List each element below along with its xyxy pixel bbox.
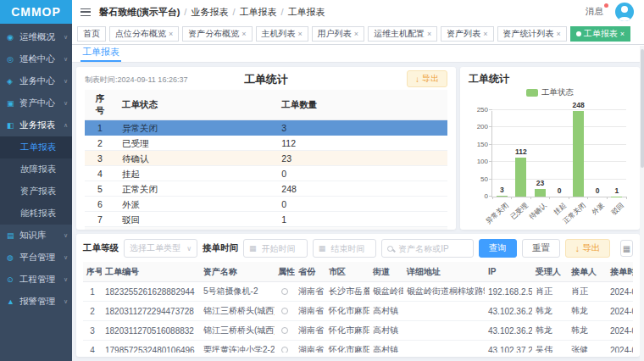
messages-link[interactable]: 消息 bbox=[586, 6, 603, 18]
stats-cell: 0 bbox=[275, 166, 447, 181]
stats-row[interactable]: 5正常关闭248 bbox=[85, 181, 447, 197]
tab-close-icon[interactable]: × bbox=[620, 30, 625, 38]
download-icon: ↓ bbox=[415, 75, 419, 84]
orders-header-cell: 详细地址 bbox=[403, 262, 485, 282]
view-tab[interactable]: 首页 bbox=[77, 26, 106, 42]
sidebar-subitem-能耗报表[interactable]: 能耗报表 bbox=[0, 203, 72, 225]
order-cell: 1820311272294473728 bbox=[102, 302, 200, 321]
end-time-field[interactable] bbox=[329, 243, 370, 254]
tab-close-icon[interactable]: × bbox=[354, 30, 358, 38]
order-row[interactable]: 31820311270516088832锦江三桥桥头(城西) 1..湖南省怀化市… bbox=[83, 321, 633, 341]
orders-header-cell: 属性 bbox=[275, 262, 295, 282]
asset-search-input[interactable] bbox=[381, 239, 474, 258]
view-tab[interactable]: 用户列表× bbox=[312, 26, 364, 42]
chevron-down-icon: ∨ bbox=[64, 298, 68, 305]
chevron-down-icon: ∨ bbox=[64, 254, 68, 261]
tab-close-icon[interactable]: × bbox=[557, 30, 561, 38]
order-cell: 湖南省 bbox=[295, 282, 325, 302]
legend-label: 工单状态 bbox=[541, 87, 574, 98]
stats-row[interactable]: 3待确认23 bbox=[85, 151, 447, 166]
reset-button[interactable]: 重置 bbox=[522, 239, 560, 258]
stats-cell: 合计 bbox=[115, 227, 275, 230]
sidebar-item-巡检中心[interactable]: ◎巡检中心∨ bbox=[0, 48, 72, 70]
sidebar-subitem-故障报表[interactable]: 故障报表 bbox=[0, 158, 72, 180]
chevron-down-icon: ∨ bbox=[64, 100, 68, 107]
sidebar-subitem-工单报表[interactable]: 工单报表 bbox=[0, 136, 72, 158]
sidebar-item-label: 知识库 bbox=[19, 230, 64, 242]
order-row[interactable]: 21820311272294473728锦江三桥桥头(城西)2-..湖南省怀化市… bbox=[83, 302, 633, 321]
order-cell: 43.102.36.226 bbox=[485, 302, 532, 321]
app-logo[interactable]: CMMOP bbox=[0, 0, 72, 24]
order-level-label: 工单等级 bbox=[83, 242, 119, 254]
main-area: 磐石致维(演示平台)/业务报表/工单报表/工单报表 消息 首页点位分布概览×资产… bbox=[72, 0, 644, 361]
order-cell: 3 bbox=[83, 321, 102, 341]
export-orders-button[interactable]: ↓导出 bbox=[565, 239, 610, 258]
work-order-chart-card: 工单统计 工单状态 050100150200250311223024801异常关… bbox=[460, 67, 640, 230]
order-cell: 长沙市岳麓区 bbox=[325, 282, 369, 302]
tab-close-icon[interactable]: × bbox=[483, 30, 487, 38]
chart-legend[interactable]: 工单状态 bbox=[469, 87, 631, 98]
orders-header-cell: 序号 bbox=[83, 262, 102, 282]
work-order-stats-card: 制表时间:2024-09-11 16:26:37 工单统计 ↓导出 序号工单状态… bbox=[76, 67, 456, 230]
tab-close-icon[interactable]: × bbox=[298, 30, 303, 38]
menu-fold-icon[interactable] bbox=[80, 8, 91, 16]
view-tab[interactable]: 资产统计列表× bbox=[497, 26, 567, 42]
bar-正常关闭 bbox=[573, 111, 584, 197]
view-tab[interactable]: 资产列表× bbox=[441, 26, 493, 42]
view-tab[interactable]: 工单报表× bbox=[570, 26, 630, 42]
query-button[interactable]: 查询 bbox=[479, 239, 517, 258]
view-tab[interactable]: 主机列表× bbox=[256, 26, 308, 42]
order-row[interactable]: 41798572532480106496栗坪黄连冲小学2-2022R湖南省怀化市… bbox=[83, 341, 633, 353]
asset-search-field[interactable] bbox=[397, 243, 468, 254]
order-cell: 肖正 bbox=[568, 282, 607, 302]
sidebar-item-工程管理[interactable]: ⊙工程管理∨ bbox=[0, 269, 72, 291]
bar-value-label: 248 bbox=[573, 101, 585, 109]
breadcrumb-item[interactable]: 磐石致维(演示平台) bbox=[99, 6, 180, 19]
avatar[interactable] bbox=[615, 3, 634, 21]
view-tab[interactable]: 资产分布概览× bbox=[182, 26, 252, 42]
chevron-up-icon: ∧ bbox=[64, 122, 68, 129]
stats-row[interactable]: 2已受理112 bbox=[85, 136, 447, 151]
stats-row[interactable]: 4挂起0 bbox=[85, 166, 447, 181]
tab-work-order-report[interactable]: 工单报表 bbox=[80, 44, 121, 62]
y-axis-label: 0 bbox=[485, 192, 488, 200]
order-row[interactable]: 118232552616288829445号箱摄像机-2湖南省长沙市岳麓区银盆岭… bbox=[83, 282, 633, 302]
stats-row[interactable]: 1异常关闭3 bbox=[85, 120, 447, 136]
breadcrumb-item[interactable]: 工单报表 bbox=[239, 6, 276, 19]
sidebar-item-平台管理[interactable]: ◍平台管理∨ bbox=[0, 247, 72, 269]
view-tab[interactable]: 点位分布概览× bbox=[109, 26, 179, 42]
sidebar-item-报警管理[interactable]: ▲报警管理∨ bbox=[0, 291, 72, 313]
sidebar-item-业务中心[interactable]: ◈业务中心∨ bbox=[0, 70, 72, 92]
page-scrollbar[interactable] bbox=[640, 46, 644, 361]
export-button[interactable]: ↓导出 bbox=[407, 70, 447, 87]
export-button-label: 导出 bbox=[422, 73, 439, 85]
tab-close-icon[interactable]: × bbox=[169, 30, 173, 38]
end-time-input[interactable]: ▦ bbox=[313, 239, 377, 258]
order-type-select[interactable]: 选择工单类型 ∨ bbox=[124, 239, 197, 258]
tab-close-icon[interactable]: × bbox=[242, 30, 246, 38]
start-time-field[interactable] bbox=[260, 243, 302, 254]
breadcrumb-item[interactable]: 业务报表 bbox=[191, 6, 228, 19]
attribute-status-icon bbox=[281, 288, 288, 295]
bar-chart: 050100150200250311223024801异常关闭已受理待确认挂起正… bbox=[491, 111, 626, 197]
header-actions: 消息 bbox=[586, 3, 634, 21]
sidebar-item-资产中心[interactable]: ▣资产中心∨ bbox=[0, 92, 72, 114]
stats-row[interactable]: 7驳回1 bbox=[85, 212, 447, 227]
breadcrumb-item[interactable]: 工单报表 bbox=[288, 6, 325, 19]
order-cell: 高村镇 bbox=[369, 341, 403, 353]
order-cell: 2024-08 bbox=[607, 321, 633, 341]
scrollbar-thumb[interactable] bbox=[641, 49, 644, 168]
y-axis-label: 250 bbox=[477, 106, 488, 114]
sidebar-item-运维概况[interactable]: ◉运维概况∨ bbox=[0, 26, 72, 48]
view-tab[interactable]: 运维主机配置× bbox=[368, 26, 437, 42]
sidebar-item-业务报表[interactable]: ◧业务报表∧ bbox=[0, 114, 72, 136]
y-axis-label: 100 bbox=[477, 158, 488, 165]
stats-row[interactable]: 6外派0 bbox=[85, 197, 447, 212]
view-tab-label: 资产统计列表 bbox=[503, 28, 554, 40]
tab-close-icon[interactable]: × bbox=[427, 30, 431, 38]
stats-cell: 挂起 bbox=[115, 166, 275, 181]
sidebar-subitem-资产报表[interactable]: 资产报表 bbox=[0, 180, 72, 203]
column-settings-icon[interactable]: ▦ bbox=[620, 240, 633, 257]
sidebar-item-知识库[interactable]: ▤知识库∨ bbox=[0, 225, 72, 247]
start-time-input[interactable]: ▦ bbox=[243, 239, 308, 258]
